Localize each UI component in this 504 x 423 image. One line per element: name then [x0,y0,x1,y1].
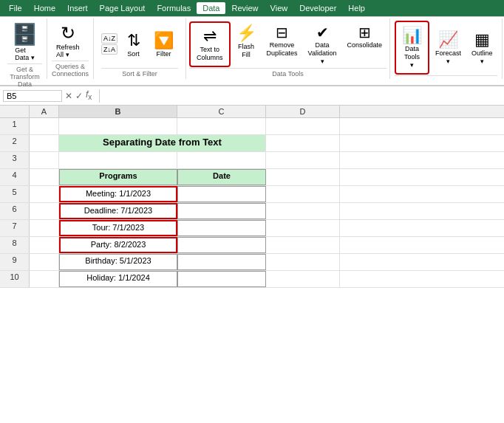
cell-b1[interactable] [59,118,177,134]
cell-b5-selected[interactable]: Meeting: 1/1/2023 [59,186,177,202]
data-validation-button[interactable]: ✔ DataValidation ▾ [304,21,341,67]
text-to-columns-icon: ⇌ [203,27,217,46]
row-num-8: 8 [0,237,30,253]
cell-b8[interactable]: Party: 8/2/2023 [59,237,177,253]
cell-b10[interactable]: Holiday: 1/1/2024 [59,271,177,287]
col-header-c: C [177,106,266,117]
menu-home[interactable]: Home [28,2,61,14]
formula-cancel-icon[interactable]: ✕ [65,91,72,101]
sort-za-button[interactable]: Z↓A [101,44,118,55]
cell-a9[interactable] [30,254,59,270]
menu-data[interactable]: Data [197,2,225,14]
cell-c6[interactable] [177,203,266,219]
menu-help[interactable]: Help [342,2,371,14]
row-num-2: 2 [0,135,30,151]
row-num-9: 9 [0,254,30,270]
text-to-columns-button[interactable]: ⇌ Text toColumns [192,24,228,64]
row-7: 7 Tour: 7/1/2023 [0,220,504,237]
remove-duplicates-button[interactable]: ⊟ RemoveDuplicates [262,21,302,60]
row-num-1: 1 [0,118,30,134]
text-to-columns-highlight: ⇌ Text toColumns [189,21,231,67]
cell-b4-header[interactable]: Programs [59,169,177,185]
col-header-b: B [59,106,177,117]
get-data-button[interactable]: 🗄️ GetData ▾ [7,20,42,63]
cell-a10[interactable] [30,271,59,287]
cell-b7[interactable]: Tour: 7/1/2023 [59,220,177,236]
menu-formulas[interactable]: Formulas [151,2,197,14]
cell-d9[interactable] [266,254,340,270]
row-10: 10 Holiday: 1/1/2024 [0,271,504,288]
cell-c7[interactable] [177,220,266,236]
consolidate-button[interactable]: ⊞ Consolidate [342,21,386,52]
row-6: 6 Deadline: 7/1/2023 [0,203,504,220]
cell-a4[interactable] [30,169,59,185]
cell-d4[interactable] [266,169,340,185]
filter-button[interactable]: 🔽 Filter [149,29,178,60]
cell-c10[interactable] [177,271,266,287]
outline-button[interactable]: ▦ Outline▾ [467,28,497,68]
sort-label: Sort [127,50,140,58]
cell-a5[interactable] [30,186,59,202]
sort-button[interactable]: ⇅ Sort [120,29,146,60]
cell-c4-header[interactable]: Date [177,169,266,185]
cell-d8[interactable] [266,237,340,253]
cell-b3[interactable] [59,152,177,168]
row-num-10: 10 [0,271,30,287]
data-tools-btn-label: DataTools ▾ [402,45,422,69]
row-8: 8 Party: 8/2/2023 [0,237,504,254]
refresh-icon: ↻ [61,23,75,44]
menu-page-layout[interactable]: Page Layout [94,2,151,14]
name-box[interactable] [3,90,62,102]
row-num-5: 5 [0,186,30,202]
data-tools-button[interactable]: 📊 DataTools ▾ [398,24,426,71]
cell-d3[interactable] [266,152,340,168]
cell-a8[interactable] [30,237,59,253]
cell-d1[interactable] [266,118,340,134]
row-header-spacer [0,106,30,117]
get-data-icon: 🗄️ [12,22,38,47]
flash-fill-button[interactable]: ⚡ FlashFill [232,21,261,61]
cell-c5[interactable] [177,186,266,202]
cell-d10[interactable] [266,271,340,287]
cell-a1[interactable] [30,118,59,134]
ribbon-content: 🗄️ GetData ▾ Get & Transform Data ↻ Refr… [0,17,504,86]
formula-fx-icon[interactable]: fx [86,89,92,101]
menu-review[interactable]: Review [225,2,264,14]
group-get-transform: 🗄️ GetData ▾ Get & Transform Data [3,18,47,79]
cell-c9[interactable] [177,254,266,270]
cell-b9[interactable]: Birthday: 5/1/2023 [59,254,177,270]
cell-b2-title[interactable]: Separating Date from Text [59,135,266,151]
refresh-all-button[interactable]: ↻ RefreshAll ▾ [52,21,84,61]
cell-a2[interactable] [30,135,59,151]
menu-insert[interactable]: Insert [61,2,94,14]
group-label-data-tools: Data Tools [189,68,386,78]
cell-d2[interactable] [266,135,340,151]
formula-confirm-icon[interactable]: ✓ [75,91,83,101]
cell-c1[interactable] [177,118,266,134]
cell-c8[interactable] [177,237,266,253]
sort-az-button[interactable]: A↓Z [101,33,118,44]
menu-developer[interactable]: Developer [293,2,342,14]
cell-d5[interactable] [266,186,340,202]
forecast-button[interactable]: 📈 Forecast▾ [431,28,466,68]
cell-a7[interactable] [30,220,59,236]
menu-view[interactable]: View [265,2,294,14]
cell-c3[interactable] [177,152,266,168]
cell-d6[interactable] [266,203,340,219]
consolidate-label: Consolidate [347,41,382,49]
row-num-4: 4 [0,169,30,185]
formula-input[interactable] [103,92,501,100]
formula-divider [99,89,100,103]
remove-duplicates-label: RemoveDuplicates [267,41,298,58]
menu-file[interactable]: File [3,2,28,14]
group-queries: ↻ RefreshAll ▾ Queries & Connections [47,18,94,79]
group-label-get-transform: Get & Transform Data [7,63,42,88]
data-tools-icon: 📊 [402,26,422,45]
cell-b6[interactable]: Deadline: 7/1/2023 [59,203,177,219]
cell-a6[interactable] [30,203,59,219]
data-validation-icon: ✔ [316,24,329,41]
remove-duplicates-icon: ⊟ [276,24,288,41]
cell-d7[interactable] [266,220,340,236]
data-validation-label: DataValidation ▾ [308,41,337,65]
cell-a3[interactable] [30,152,59,168]
